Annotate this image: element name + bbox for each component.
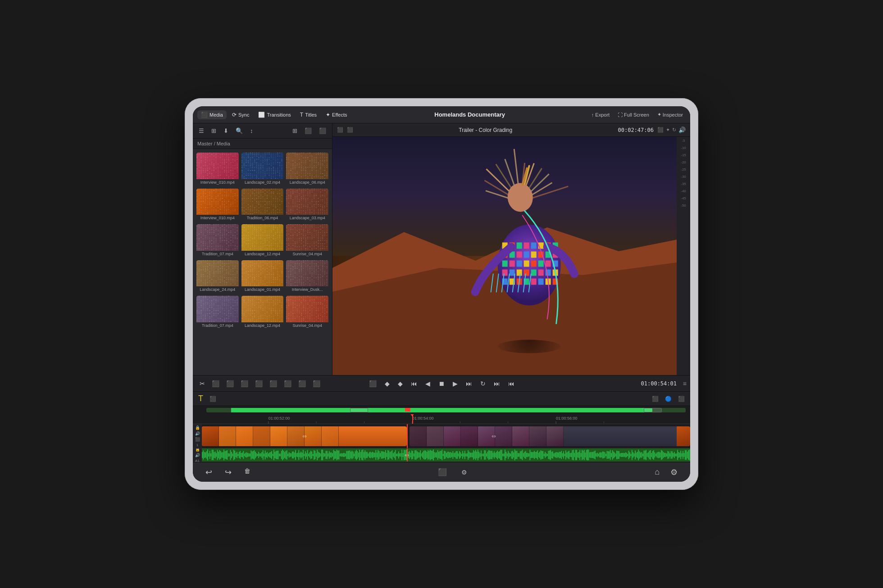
connect-tool[interactable]: ⬛ — [209, 379, 222, 389]
svg-rect-56 — [253, 451, 254, 459]
range-handle-left[interactable] — [350, 408, 368, 412]
media-item-4[interactable]: Tradition_06.mp4 — [241, 189, 284, 222]
import-btn[interactable]: ⊞ — [290, 126, 300, 136]
video-track-content[interactable]: ⇔ — [202, 424, 690, 448]
media-item-14[interactable]: Sunrise_04.mp4 — [286, 296, 328, 329]
rotate-icon[interactable]: ↻ — [672, 127, 676, 133]
skip-back-btn[interactable]: ⏮ — [506, 379, 517, 389]
svg-rect-14 — [207, 450, 208, 461]
keyframe-next-btn[interactable]: ◆ — [396, 379, 405, 389]
share-btn[interactable]: ⚙ — [458, 467, 471, 478]
inspector-button[interactable]: ✦ Inspector — [655, 111, 686, 118]
media-item-0[interactable]: Interview_010.mp4 — [196, 153, 239, 186]
svg-rect-148 — [353, 452, 354, 458]
skip-forward-btn[interactable]: ⏭ — [492, 379, 502, 389]
settings-btn[interactable]: ⚙ — [667, 466, 681, 479]
play-btn[interactable]: ▶ — [451, 379, 460, 389]
play-back-btn[interactable]: ◀ — [423, 379, 432, 389]
media-item-6[interactable]: Tradition_07.mp4 — [196, 224, 239, 258]
undo-btn[interactable]: ↩ — [202, 466, 216, 479]
stop-btn[interactable]: ⏹ — [436, 379, 447, 389]
media-tab[interactable]: ⬛ Media — [197, 110, 227, 119]
video-clip-orange[interactable]: ⇔ — [202, 426, 407, 446]
media-item-11[interactable]: Interview_Dusk... — [286, 260, 328, 294]
delete-btn[interactable]: 🗑 — [241, 466, 254, 479]
export-button[interactable]: ↑ Export — [589, 111, 612, 118]
fullscreen-button[interactable]: ⛶ Full Screen — [615, 111, 652, 118]
preview-header: ⬛ ⬛ Trailer - Color Grading 00:02:47:06 … — [332, 123, 690, 137]
redo-btn[interactable]: ↪ — [221, 466, 235, 479]
media-item-3[interactable]: Interview_010.mp4 — [196, 189, 239, 222]
media-item-8[interactable]: Sunrise_04.mp4 — [286, 224, 328, 258]
svg-rect-359 — [582, 450, 583, 460]
hand-tool[interactable]: ⬛ — [296, 379, 308, 389]
media-label-11: Interview_Dusk... — [286, 286, 328, 293]
media-item-5[interactable]: Landscape_03.mp4 — [286, 189, 328, 222]
svg-rect-401 — [627, 454, 628, 456]
effects-tab[interactable]: ✦ Effects — [322, 110, 350, 119]
audio-vol-btn[interactable]: 🔊 — [195, 453, 200, 457]
media-thumb-canvas-6 — [196, 224, 239, 251]
range-handle-right[interactable] — [644, 408, 662, 412]
volume-icon[interactable]: 🔊 — [678, 127, 686, 133]
view-btn-list[interactable]: ☰ — [196, 126, 206, 136]
trim-tool[interactable]: ⬛ — [224, 379, 236, 389]
select-clip-tool[interactable]: ⬛ — [310, 379, 323, 389]
zoom-tool[interactable]: ⬛ — [282, 379, 294, 389]
position-tool[interactable]: ⬛ — [238, 379, 250, 389]
transitions-tab[interactable]: ⬜ Transitions — [255, 110, 294, 119]
svg-rect-92 — [292, 452, 293, 458]
clip-link-btn[interactable]: ⬛ — [676, 395, 687, 403]
svg-rect-298 — [515, 451, 516, 459]
search-btn[interactable]: 🔍 — [233, 126, 245, 136]
titles-tab[interactable]: T Titles — [296, 110, 320, 119]
svg-rect-353 — [575, 450, 576, 460]
audio-track-btn[interactable]: 🔊 — [195, 431, 200, 436]
svg-rect-85 — [284, 452, 285, 458]
keyframe-prev-btn[interactable]: ◆ — [382, 379, 392, 389]
video-clip-dark[interactable]: ⇔ — [410, 426, 690, 446]
connect-mode-btn[interactable]: ⬛ — [208, 395, 218, 403]
media-item-1[interactable]: Landscape_02.mp4 — [241, 153, 284, 186]
blade-tool[interactable]: ⬛ — [267, 379, 279, 389]
compare-icon[interactable]: ⬛ — [657, 127, 664, 133]
media-label-10: Landscape_01.mp4 — [241, 286, 284, 293]
sync-tab[interactable]: ⟳ Sync — [228, 110, 253, 119]
clip-options-btn[interactable]: ⬛ — [302, 126, 314, 136]
magnetic-btn[interactable]: ⬛ — [650, 395, 660, 403]
clip-track-btn[interactable]: ⬛ — [195, 437, 200, 442]
loop-btn[interactable]: ↻ — [478, 379, 488, 389]
preview-transform-btn[interactable]: ⬛ — [347, 127, 353, 133]
media-item-2[interactable]: Landscape_06.mp4 — [286, 153, 328, 186]
sort-btn[interactable]: ⬇ — [221, 126, 231, 136]
audio-waveform[interactable]: ⇔ — [202, 448, 690, 461]
info-btn[interactable]: ⬛ — [317, 126, 328, 136]
svg-rect-176 — [383, 452, 384, 458]
select-icon[interactable]: ⬛ — [367, 379, 379, 389]
main-area: ☰ ⊞ ⬇ 🔍 ↕ ⊞ ⬛ ⬛ Master / Media Interview… — [193, 123, 690, 375]
media-item-7[interactable]: Landscape_12.mp4 — [241, 224, 284, 258]
go-end-btn[interactable]: ⏭ — [464, 379, 474, 389]
timeline-menu-btn[interactable]: ≡ — [683, 380, 687, 387]
cut-tool[interactable]: ✂ — [197, 379, 207, 389]
media-item-12[interactable]: Tradition_07.mp4 — [196, 296, 239, 329]
magic-icon[interactable]: ✦ — [666, 127, 670, 133]
overview-track[interactable] — [206, 408, 686, 412]
svg-rect-107 — [308, 454, 309, 456]
lock-track-btn[interactable]: 🔒 — [195, 425, 200, 430]
view-btn-grid[interactable]: ⊞ — [209, 126, 218, 136]
range-tool[interactable]: ⬛ — [253, 379, 265, 389]
media-item-9[interactable]: Landscape_24.mp4 — [196, 260, 239, 294]
home-btn[interactable]: ⌂ — [651, 466, 663, 479]
media-thumb-canvas-10 — [241, 260, 284, 287]
media-item-13[interactable]: Landscape_12.mp4 — [241, 296, 284, 329]
timeline-mode-btn[interactable]: ⬛ — [434, 466, 451, 478]
svg-rect-208 — [418, 452, 419, 457]
filter-sort-btn[interactable]: ↕ — [248, 126, 255, 136]
svg-rect-414 — [642, 452, 642, 458]
lock-btn[interactable]: 🔵 — [663, 395, 674, 403]
go-start-btn[interactable]: ⏮ — [409, 379, 419, 389]
svg-rect-131 — [334, 451, 335, 459]
media-item-10[interactable]: Landscape_01.mp4 — [241, 260, 284, 294]
insert-mode-btn[interactable]: T — [196, 393, 205, 404]
